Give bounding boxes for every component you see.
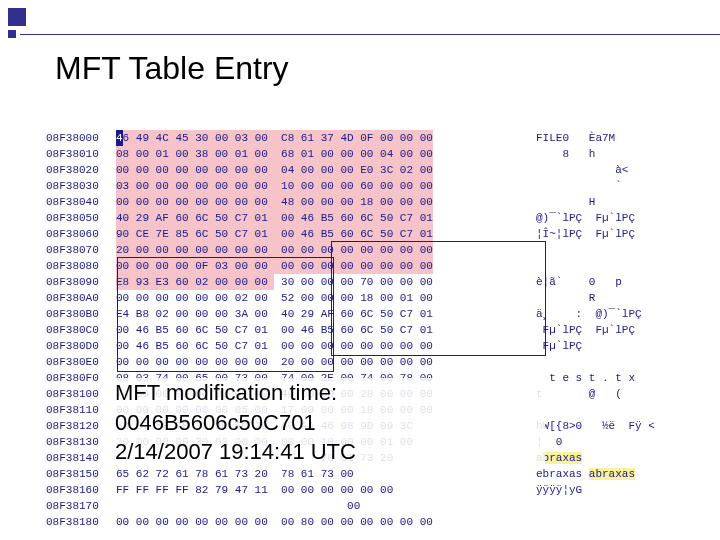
ascii — [536, 498, 696, 514]
ascii — [536, 354, 696, 370]
offset: 08F38100 — [46, 386, 116, 402]
hex-bytes: 00 00 00 00 00 00 02 00 52 00 00 00 18 0… — [116, 290, 536, 306]
hex-row: 08F3802000 00 00 00 00 00 00 00 04 00 00… — [46, 162, 696, 178]
hex-row: 08F3804000 00 00 00 00 00 00 00 48 00 00… — [46, 194, 696, 210]
hex-row: 08F38090E8 93 E3 60 02 00 00 00 30 00 00… — [46, 274, 696, 290]
ascii — [536, 514, 696, 530]
slide-title: MFT Table Entry — [55, 50, 289, 87]
ascii — [536, 258, 696, 274]
hex-bytes: E8 93 E3 60 02 00 00 00 30 00 00 00 70 0… — [116, 274, 536, 290]
hex-bytes: 00 00 00 00 00 00 00 00 00 80 00 00 00 0… — [116, 514, 536, 530]
offset: 08F38140 — [46, 450, 116, 466]
hex-bytes: 20 00 00 00 00 00 00 00 00 00 00 00 00 0… — [116, 242, 536, 258]
hex-bytes: 08 00 01 00 38 00 01 00 68 01 00 00 00 0… — [116, 146, 536, 162]
offset: 08F38110 — [46, 402, 116, 418]
hex-row: 08F380A000 00 00 00 00 00 02 00 52 00 00… — [46, 290, 696, 306]
ascii — [536, 402, 696, 418]
overlay-line-1: MFT modification time: — [115, 378, 545, 408]
overlay-caption: MFT modification time: 0046B5606c50C701 … — [115, 378, 545, 467]
hex-bytes: 00 00 00 00 0F 03 00 00 00 00 00 00 00 0… — [116, 258, 536, 274]
hex-bytes: 90 CE 7E 85 6C 50 C7 01 00 46 B5 60 6C 5… — [116, 226, 536, 242]
hex-row: 08F380E000 00 00 00 00 00 00 00 20 00 00… — [46, 354, 696, 370]
hex-row: 08F38170 00 — [46, 498, 696, 514]
ascii: ä¸ : @)¯`lPÇ — [536, 306, 696, 322]
hex-row: 08F3805040 29 AF 60 6C 50 C7 01 00 46 B5… — [46, 210, 696, 226]
hex-row: 08F3818000 00 00 00 00 00 00 00 00 80 00… — [46, 514, 696, 530]
hex-row: 08F3815065 62 72 61 78 61 73 20 78 61 73… — [46, 466, 696, 482]
ascii — [536, 242, 696, 258]
hex-row: 08F3806090 CE 7E 85 6C 50 C7 01 00 46 B5… — [46, 226, 696, 242]
ascii: ¦Î~¦lPÇ Fµ`lPÇ — [536, 226, 696, 242]
hex-row: 08F380B0E4 B8 02 00 00 00 3A 00 40 29 AF… — [46, 306, 696, 322]
ascii: t e s t . t x — [536, 370, 696, 386]
hex-bytes: 46 49 4C 45 30 00 03 00 C8 61 37 4D 0F 0… — [116, 130, 536, 146]
ascii: à< — [536, 162, 696, 178]
offset: 08F38120 — [46, 418, 116, 434]
offset: 08F38020 — [46, 162, 116, 178]
offset: 08F38040 — [46, 194, 116, 210]
hex-row: 08F380C000 46 B5 60 6C 50 C7 01 00 46 B5… — [46, 322, 696, 338]
ascii: Fµ`lPÇ — [536, 338, 696, 354]
hex-row: 08F38160FF FF FF FF 82 79 47 11 00 00 00… — [46, 482, 696, 498]
offset: 08F38030 — [46, 178, 116, 194]
ascii: ebraxas abraxas — [536, 466, 696, 482]
offset: 08F38180 — [46, 514, 116, 530]
offset: 08F380A0 — [46, 290, 116, 306]
hex-bytes: 03 00 00 00 00 00 00 00 10 00 00 00 60 0… — [116, 178, 536, 194]
hex-bytes: 00 00 00 00 00 00 00 00 48 00 00 00 18 0… — [116, 194, 536, 210]
hex-bytes: 00 00 00 00 00 00 00 00 20 00 00 00 00 0… — [116, 354, 536, 370]
offset: 08F380B0 — [46, 306, 116, 322]
hex-bytes: 00 46 B5 60 6C 50 C7 01 00 46 B5 60 6C 5… — [116, 322, 536, 338]
ascii: ÿÿÿÿ¦yG — [536, 482, 696, 498]
hex-row: 08F3801008 00 01 00 38 00 01 00 68 01 00… — [46, 146, 696, 162]
hex-row: 08F380D000 46 B5 60 6C 50 C7 01 00 00 00… — [46, 338, 696, 354]
offset: 08F38050 — [46, 210, 116, 226]
ascii: 8 h — [536, 146, 696, 162]
offset: 08F38090 — [46, 274, 116, 290]
hex-bytes: 65 62 72 61 78 61 73 20 78 61 73 00 — [116, 466, 536, 482]
hex-bytes: 00 — [116, 498, 536, 514]
ascii: ` — [536, 178, 696, 194]
ascii: è¦ã` 0 p — [536, 274, 696, 290]
ascii: H — [536, 194, 696, 210]
ascii: @)¯`lPÇ Fµ`lPÇ — [536, 210, 696, 226]
ascii: FILE0 Èa7M — [536, 130, 696, 146]
ascii: t @ ( — [536, 386, 696, 402]
offset: 08F380D0 — [46, 338, 116, 354]
offset: 08F38130 — [46, 434, 116, 450]
hex-bytes: FF FF FF FF 82 79 47 11 00 00 00 00 00 0… — [116, 482, 536, 498]
hex-bytes: E4 B8 02 00 00 00 3A 00 40 29 AF 60 6C 5… — [116, 306, 536, 322]
offset: 08F38060 — [46, 226, 116, 242]
hex-row: 08F3800046 49 4C 45 30 00 03 00 C8 61 37… — [46, 130, 696, 146]
hex-row: 08F3803003 00 00 00 00 00 00 00 10 00 00… — [46, 178, 696, 194]
ascii: hW[{8>0 ½ë Fÿ < — [536, 418, 696, 434]
offset: 08F38070 — [46, 242, 116, 258]
hex-bytes: 40 29 AF 60 6C 50 C7 01 00 46 B5 60 6C 5… — [116, 210, 536, 226]
hex-bytes: 00 46 B5 60 6C 50 C7 01 00 00 00 00 00 0… — [116, 338, 536, 354]
ascii: Fµ`lPÇ Fµ`lPÇ — [536, 322, 696, 338]
offset: 08F38000 — [46, 130, 116, 146]
ascii: abraxas — [536, 450, 696, 466]
hex-row: 08F3807020 00 00 00 00 00 00 00 00 00 00… — [46, 242, 696, 258]
offset: 08F38080 — [46, 258, 116, 274]
ascii: R — [536, 290, 696, 306]
offset: 08F38150 — [46, 466, 116, 482]
offset: 08F380C0 — [46, 322, 116, 338]
overlay-line-2: 0046B5606c50C701 — [115, 408, 545, 438]
offset: 08F380F0 — [46, 370, 116, 386]
slide-decoration — [8, 8, 88, 48]
ascii: ¦ 0 — [536, 434, 696, 450]
offset: 08F38010 — [46, 146, 116, 162]
hex-row: 08F3808000 00 00 00 0F 03 00 00 00 00 00… — [46, 258, 696, 274]
hex-bytes: 00 00 00 00 00 00 00 00 04 00 00 00 E0 3… — [116, 162, 536, 178]
offset: 08F38170 — [46, 498, 116, 514]
offset: 08F38160 — [46, 482, 116, 498]
overlay-line-3: 2/14/2007 19:14:41 UTC — [115, 437, 545, 467]
offset: 08F380E0 — [46, 354, 116, 370]
